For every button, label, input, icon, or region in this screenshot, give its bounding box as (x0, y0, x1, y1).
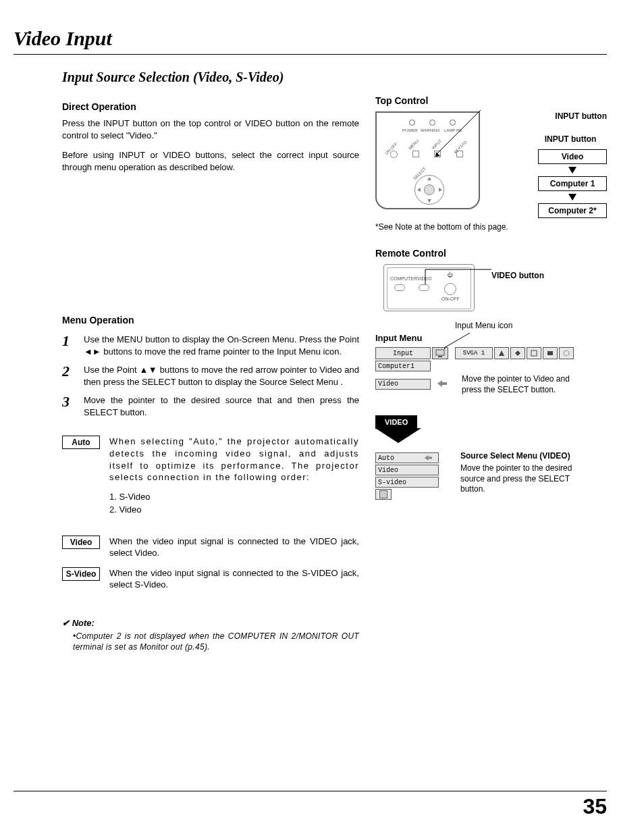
step-3: 3 Move the pointer to the desired source… (62, 394, 359, 418)
subheading: Input Source Selection (Video, S-Video) (62, 70, 359, 85)
input-menu-icon-svg (435, 349, 445, 357)
page-header-rule (14, 54, 607, 55)
mode-svideo-label: S-Video (62, 567, 100, 581)
mode-auto-list: 1. S-Video 2. Video (109, 490, 359, 517)
svg-marker-7 (515, 350, 520, 356)
content-columns: Input Source Selection (Video, S-Video) … (14, 70, 607, 652)
remote-control-block: COMPUTER VIDEO ⏻ ON-OFF VIDEO button (375, 264, 607, 311)
svg-rect-9 (547, 351, 553, 355)
direct-operation-heading: Direct Operation (62, 101, 359, 112)
remote-computer-btn (394, 284, 405, 291)
step-number-2: 2 (62, 364, 76, 388)
video-button-label: VIDEO button (491, 271, 544, 280)
source-menu-return-row (375, 489, 392, 500)
input-menu-block: Input Menu icon Input Menu Input SVGA 1 (375, 333, 607, 500)
input-button-flow-label: INPUT button (534, 134, 607, 144)
menu-icon-3 (527, 347, 541, 359)
svg-line-0 (437, 110, 481, 153)
page-container: Video Input Input Source Selection (Vide… (0, 0, 644, 673)
flow-arrow-1 (568, 167, 576, 174)
step-3-text: Move the pointer to the desired source t… (84, 394, 359, 418)
led-warning (429, 120, 435, 126)
direct-operation-p1: Press the INPUT button on the top contro… (62, 118, 359, 141)
mode-auto-order-2: 2. Video (109, 503, 359, 517)
source-menu-auto-pointer-icon (425, 455, 434, 461)
source-menu-auto-text: Auto (378, 454, 394, 462)
input-menu-icon-label: Input Menu icon (455, 321, 512, 330)
source-menu-heading: Source Select Menu (VIDEO) (460, 451, 582, 461)
step-2-text: Use the Point ▲▼ buttons to move the red… (84, 364, 359, 388)
option-box-computer1: Computer 1 (538, 176, 607, 191)
remote-video-pointer-line (423, 265, 497, 287)
mode-video-row: Video When the video input signal is con… (62, 536, 359, 559)
input-pointer-line (437, 106, 491, 153)
mode-auto-row: Auto When selecting "Auto," the projecto… (62, 436, 359, 527)
note-section: ✔ Note: •Computer 2 is not displayed whe… (62, 618, 359, 652)
svg-line-2 (444, 333, 470, 348)
mode-auto-order-1: 1. S-Video (109, 490, 359, 504)
device-label-menu: MENU (408, 139, 419, 151)
note-body: •Computer 2 is not displayed when the CO… (62, 631, 359, 652)
nav-ring-center (424, 184, 435, 195)
menu-icon-5 (559, 347, 574, 359)
mode-auto-label: Auto (62, 436, 100, 449)
video-tab: VIDEO (375, 415, 417, 429)
left-column: Input Source Selection (Video, S-Video) … (62, 70, 359, 652)
top-control-flow: INPUT button INPUT button Video Computer… (487, 111, 607, 218)
menu-icon-1 (494, 347, 509, 359)
input-menu-heading: Input Menu (375, 333, 607, 343)
input-button-arrow-label: INPUT button (487, 111, 607, 121)
flow-arrow-2 (568, 194, 576, 201)
nav-right-icon (439, 188, 442, 192)
top-control-row: POWER WARNING LAMP RE ON-OFF MENU INPUT … (375, 111, 607, 218)
svg-rect-4 (436, 350, 444, 355)
menu-icon-2 (510, 347, 525, 359)
option-box-computer2: Computer 2* (538, 203, 607, 218)
step-number-1: 1 (62, 334, 76, 357)
input-menu-row-video: Video (375, 379, 431, 390)
step-1-text: Use the MENU button to display the On-Sc… (84, 334, 359, 357)
step-2: 2 Use the Point ▲▼ buttons to move the r… (62, 364, 359, 388)
input-menu-label: Input (375, 347, 431, 359)
page-footer: 35 (0, 791, 644, 819)
big-arrow-down-icon (375, 428, 421, 443)
top-control-device: POWER WARNING LAMP RE ON-OFF MENU INPUT … (375, 111, 480, 209)
device-label-power: POWER (402, 128, 418, 132)
return-icon (379, 490, 387, 498)
page-footer-rule (14, 791, 607, 791)
nav-left-icon (417, 188, 421, 192)
source-menu-block: Auto Video S-video (375, 451, 439, 500)
svg-point-10 (564, 350, 569, 356)
mode-auto-desc: When selecting "Auto," the projector aut… (109, 436, 359, 483)
top-control-heading: Top Control (375, 95, 607, 106)
video-flow-block: VIDEO (375, 415, 607, 443)
input-menu-icon-pointer (444, 332, 471, 349)
remote-control-device: COMPUTER VIDEO ⏻ ON-OFF (383, 264, 475, 311)
option-box-video: Video (538, 149, 607, 164)
direct-operation-p2: Before using INPUT or VIDEO buttons, sel… (62, 149, 359, 173)
source-menu-row-auto: Auto (375, 452, 439, 463)
right-column: Top Control POWER WARNING LAMP RE ON-OFF… (375, 70, 607, 652)
step-1: 1 Use the MENU button to display the On-… (62, 334, 359, 357)
menu-icon-4 (543, 347, 558, 359)
input-menu-move-pointer: Move the pointer to Video and press the … (462, 374, 576, 395)
source-menu-row-svideo: S-video (375, 477, 439, 488)
device-menu-btn (412, 151, 419, 157)
menu-operation-heading: Menu Operation (62, 315, 359, 325)
source-menu-desc: Move the pointer to the desired source a… (460, 463, 582, 495)
step-number-3: 3 (62, 394, 76, 418)
nav-up-icon (427, 177, 431, 180)
page-number: 35 (14, 794, 607, 819)
nav-down-icon (427, 199, 431, 203)
led-power (409, 120, 415, 126)
svg-marker-6 (499, 350, 504, 356)
remote-inner-panel: COMPUTER VIDEO ⏻ ON-OFF (387, 267, 471, 309)
remote-computer-label: COMPUTER (390, 276, 417, 281)
see-note-text: *See Note at the bottom of this page. (375, 222, 607, 232)
svg-rect-5 (438, 356, 442, 357)
svg-rect-8 (531, 350, 537, 356)
page-title: Video Input (14, 27, 607, 50)
note-head-prefix: ✔ (62, 618, 70, 628)
note-head: Note: (72, 618, 95, 628)
source-menu-row-video: Video (375, 465, 439, 475)
